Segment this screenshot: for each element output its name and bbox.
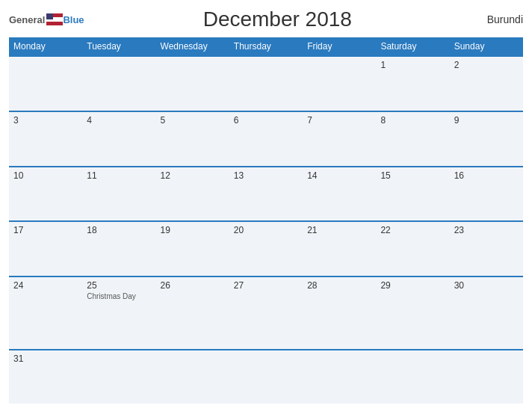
- day-cell: [450, 350, 523, 404]
- day-number: 16: [454, 170, 519, 181]
- svg-rect-3: [46, 22, 63, 25]
- day-cell: 4: [82, 111, 155, 167]
- day-number: 13: [234, 170, 298, 181]
- day-header-sunday: Sunday: [450, 37, 523, 56]
- week-row-1: 3456789: [9, 111, 523, 167]
- logo: General Blue: [9, 13, 84, 25]
- day-number: 12: [161, 170, 225, 181]
- day-number: 2: [454, 60, 519, 70]
- day-cell: 16: [450, 167, 523, 222]
- day-header-monday: Monday: [9, 37, 82, 56]
- day-number: 18: [87, 225, 151, 235]
- day-header-saturday: Saturday: [376, 37, 449, 56]
- week-row-4: 2425Christmas Day2627282930: [9, 276, 523, 350]
- svg-rect-4: [46, 13, 53, 19]
- week-row-5: 31: [9, 350, 523, 404]
- day-number: 7: [307, 115, 371, 126]
- day-number: 8: [380, 115, 445, 126]
- country-label: Burundi: [471, 13, 523, 25]
- day-cell: [156, 350, 229, 404]
- day-cell: [82, 56, 155, 111]
- day-number: 25: [87, 280, 151, 291]
- week-row-0: 12: [9, 56, 523, 111]
- day-header-thursday: Thursday: [229, 37, 303, 56]
- day-number: 6: [234, 115, 298, 126]
- day-cell: [376, 350, 449, 404]
- day-cell: 12: [156, 167, 229, 222]
- day-cell: 3: [9, 111, 82, 167]
- day-number: 19: [161, 225, 225, 235]
- day-cell: 20: [229, 221, 303, 276]
- day-cell: [229, 350, 303, 404]
- logo-blue-text: Blue: [63, 14, 84, 25]
- logo-flag-icon: [46, 13, 63, 25]
- day-header-tuesday: Tuesday: [82, 37, 155, 56]
- day-cell: 14: [303, 167, 376, 222]
- day-cell: 26: [156, 276, 229, 350]
- day-cell: 27: [229, 276, 303, 350]
- day-cell: 6: [229, 111, 303, 167]
- calendar-table: MondayTuesdayWednesdayThursdayFridaySatu…: [9, 37, 523, 404]
- day-number: 14: [307, 170, 371, 181]
- calendar-header: General Blue December 2018 Burundi: [9, 7, 523, 31]
- day-cell: 18: [82, 221, 155, 276]
- day-cell: [156, 56, 229, 111]
- day-cell: 2: [450, 56, 523, 111]
- day-number: 11: [87, 170, 151, 181]
- day-cell: 11: [82, 167, 155, 222]
- day-number: 9: [454, 115, 519, 126]
- week-row-3: 17181920212223: [9, 221, 523, 276]
- day-number: 31: [13, 353, 78, 364]
- day-cell: [303, 56, 376, 111]
- day-number: 15: [380, 170, 445, 181]
- day-number: 21: [307, 225, 371, 235]
- day-cell: 28: [303, 276, 376, 350]
- day-number: 17: [13, 225, 78, 235]
- day-cell: 15: [376, 167, 449, 222]
- day-cell: 30: [450, 276, 523, 350]
- day-number: 28: [307, 280, 371, 291]
- day-cell: [9, 56, 82, 111]
- day-cell: 9: [450, 111, 523, 167]
- day-cell: 8: [376, 111, 449, 167]
- day-cell: 22: [376, 221, 449, 276]
- day-number: 20: [234, 225, 298, 235]
- day-cell: 1: [376, 56, 449, 111]
- day-cell: 10: [9, 167, 82, 222]
- day-cell: [82, 350, 155, 404]
- calendar-title: December 2018: [84, 7, 471, 31]
- day-number: 4: [87, 115, 151, 126]
- day-number: 24: [13, 280, 78, 291]
- day-number: 3: [13, 115, 78, 126]
- day-cell: 19: [156, 221, 229, 276]
- day-cell: 7: [303, 111, 376, 167]
- week-row-2: 10111213141516: [9, 167, 523, 222]
- day-cell: 31: [9, 350, 82, 404]
- day-cell: 23: [450, 221, 523, 276]
- day-header-friday: Friday: [303, 37, 376, 56]
- day-number: 26: [161, 280, 225, 291]
- logo-general-text: General: [9, 14, 45, 25]
- day-cell: [303, 350, 376, 404]
- day-cell: 5: [156, 111, 229, 167]
- day-number: 5: [161, 115, 225, 126]
- day-cell: 21: [303, 221, 376, 276]
- day-cell: 29: [376, 276, 449, 350]
- day-number: 22: [380, 225, 445, 235]
- holiday-label: Christmas Day: [87, 292, 151, 300]
- day-number: 10: [13, 170, 78, 181]
- day-header-wednesday: Wednesday: [156, 37, 229, 56]
- day-cell: 17: [9, 221, 82, 276]
- calendar-container: General Blue December 2018 Burundi Monda…: [0, 0, 532, 411]
- day-number: 29: [380, 280, 445, 291]
- day-number: 23: [454, 225, 519, 235]
- day-cell: 25Christmas Day: [82, 276, 155, 350]
- day-number: 1: [380, 60, 445, 70]
- day-number: 30: [454, 280, 519, 291]
- days-header-row: MondayTuesdayWednesdayThursdayFridaySatu…: [9, 37, 523, 56]
- day-number: 27: [234, 280, 298, 291]
- day-cell: 24: [9, 276, 82, 350]
- day-cell: 13: [229, 167, 303, 222]
- day-cell: [229, 56, 303, 111]
